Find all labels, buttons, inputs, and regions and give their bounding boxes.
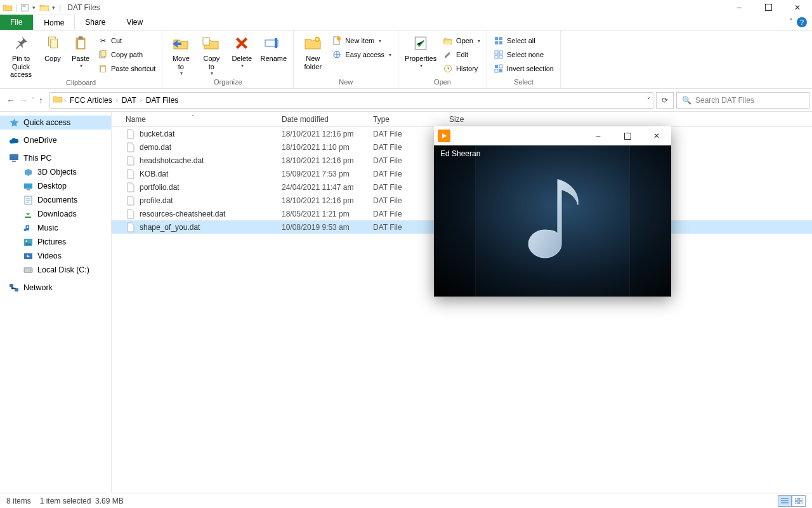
copy-button[interactable]: Copy [39,32,66,63]
sidebar-item[interactable]: Documents [0,193,111,207]
sidebar-item[interactable]: Pictures [0,235,111,249]
ribbon-collapse: ˄ ? [789,15,812,30]
tab-file[interactable]: File [0,15,33,30]
back-button[interactable]: ← [6,95,15,105]
folder-icon [23,167,33,177]
chevron-up-icon[interactable]: ˄ [789,18,793,27]
file-icon [126,156,136,166]
folder-open-icon[interactable] [39,3,49,13]
delete-button[interactable]: Delete▾ [227,32,256,69]
select-none-button[interactable]: Select none [491,48,556,61]
column-name[interactable]: Name˄ [121,115,277,124]
ribbon-group-clipboard: Pin to Quick access Copy Paste ▾ ✂Cut Co… [0,30,162,88]
folder-icon [23,223,33,233]
easy-access-icon [332,50,342,60]
copy-to-button[interactable]: Copy to▾ [197,32,226,76]
refresh-button[interactable]: ⟳ [656,92,674,109]
svg-rect-45 [10,284,13,287]
sidebar-item-label: Local Disk (C:) [37,265,89,274]
breadcrumb-item[interactable]: DAT Files [143,96,181,105]
address-bar[interactable]: › FCC Articles › DAT › DAT Files ˅ [49,92,653,109]
pin-icon [11,33,31,53]
breadcrumb-item[interactable]: DAT [119,96,139,105]
edit-button[interactable]: Edit [440,48,483,61]
move-to-button[interactable]: Move to▾ [166,32,195,76]
folder-icon [23,209,33,219]
media-player-window[interactable]: – ✕ Ed Sheeran [434,126,671,297]
icons-view-button[interactable] [792,495,806,507]
sidebar-network[interactable]: Network [0,281,111,295]
select-all-button[interactable]: Select all [491,34,556,47]
copy-icon [43,33,63,53]
player-close-button[interactable]: ✕ [642,126,671,145]
column-date[interactable]: Date modified [277,115,368,124]
save-icon[interactable] [20,3,30,13]
copy-path-button[interactable]: Copy path [95,48,158,61]
history-button[interactable]: History [440,62,483,75]
tab-home[interactable]: Home [33,15,75,30]
breadcrumb-item[interactable]: FCC Articles [67,96,115,105]
edit-icon [443,50,453,60]
file-type: DAT File [368,196,444,205]
sidebar-item[interactable]: Downloads [0,207,111,221]
chevron-down-icon: ▾ [389,52,391,58]
svg-rect-32 [499,69,502,72]
player-minimize-button[interactable]: – [584,126,613,145]
window-controls: – ✕ [724,0,812,15]
folder-icon [23,237,33,247]
player-maximize-button[interactable] [613,126,642,145]
chevron-right-icon[interactable]: › [64,97,66,104]
sidebar-item[interactable]: Music [0,221,111,235]
invert-selection-button[interactable]: Invert selection [491,62,556,75]
rename-button[interactable]: Rename [258,32,289,63]
minimize-button[interactable]: – [724,0,754,15]
tab-view[interactable]: View [116,15,154,30]
open-button[interactable]: Open▾ [440,34,483,47]
file-icon [126,182,136,192]
properties-button[interactable]: Properties▾ [402,32,439,69]
column-type[interactable]: Type [368,115,444,124]
up-button[interactable]: ↑ [39,95,43,105]
paste-shortcut-button[interactable]: Paste shortcut [95,62,158,75]
svg-rect-29 [495,65,498,68]
pc-icon [9,153,19,163]
chevron-down-icon[interactable]: ▾ [52,4,55,11]
maximize-button[interactable] [754,0,783,15]
address-dropdown-icon[interactable]: ˅ [647,97,650,104]
tab-share[interactable]: Share [75,15,116,30]
view-switch [778,495,806,507]
sidebar-quick-access[interactable]: Quick access [0,116,111,130]
file-name: portfolio.dat [140,183,180,192]
details-view-button[interactable] [778,495,792,507]
new-folder-button[interactable]: New folder [298,32,328,70]
paste-button[interactable]: Paste ▾ [67,32,94,69]
svg-rect-28 [499,55,502,58]
chevron-right-icon[interactable]: › [116,97,118,104]
search-input[interactable]: 🔍 Search DAT Files [676,92,809,109]
help-icon[interactable]: ? [797,17,807,27]
chevron-right-icon[interactable]: › [140,97,142,104]
svg-rect-11 [101,67,105,72]
sidebar-onedrive[interactable]: OneDrive [0,133,111,147]
column-size[interactable]: Size [444,115,495,124]
sidebar-item[interactable]: 3D Objects [0,165,111,179]
file-type: DAT File [368,170,444,178]
sidebar-item[interactable]: Local Disk (C:) [0,263,111,277]
search-icon: 🔍 [682,96,691,105]
sidebar-item[interactable]: Videos [0,249,111,263]
close-button[interactable]: ✕ [783,0,812,15]
folder-icon [23,265,33,275]
cut-button[interactable]: ✂Cut [95,34,158,47]
recent-dropdown[interactable]: ˅ [32,97,35,104]
chevron-down-icon[interactable]: ▾ [32,4,36,11]
easy-access-button[interactable]: Easy access▾ [329,48,394,61]
group-label-new: New [298,78,394,87]
sidebar-this-pc[interactable]: This PC [0,151,111,165]
pin-to-quick-access-button[interactable]: Pin to Quick access [4,32,38,79]
sidebar-item[interactable]: Desktop [0,179,111,193]
player-body[interactable]: Ed Sheeran [434,145,671,297]
file-type: DAT File [368,143,444,152]
forward-button[interactable]: → [19,95,28,105]
new-item-button[interactable]: New item▾ [329,34,394,47]
star-icon [9,117,19,128]
